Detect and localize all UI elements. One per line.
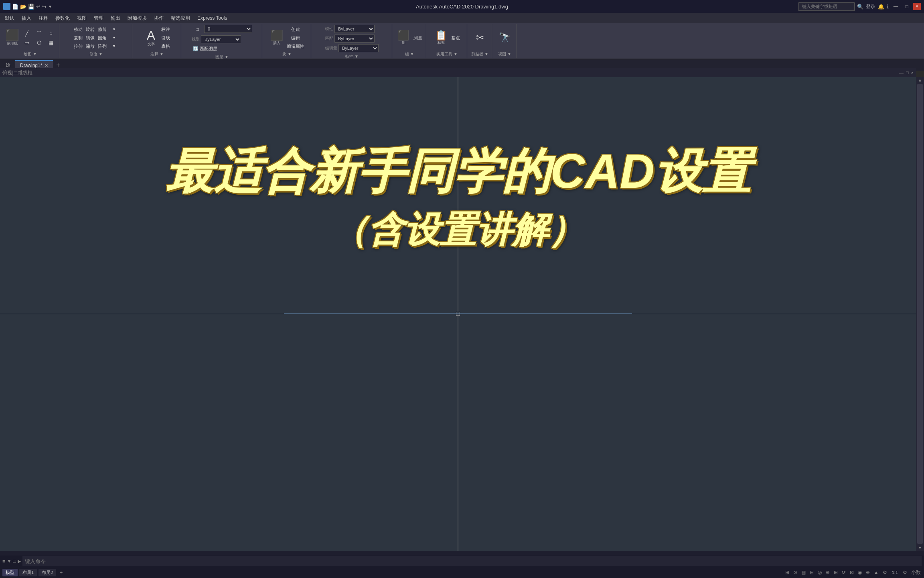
scroll-down-btn[interactable]: ▼ xyxy=(916,545,924,551)
layer-dropdown[interactable]: 0 xyxy=(204,25,252,33)
layer-props-btn[interactable]: 🗂 xyxy=(192,26,203,32)
new-layout-btn[interactable]: + xyxy=(58,569,64,576)
bell-icon[interactable]: 🔔 xyxy=(878,4,884,10)
copy-btn[interactable]: 复制 xyxy=(73,34,84,42)
draw-tools: ⬛ 多段线 ╱ ⌒ ○ ▭ xyxy=(4,25,57,51)
decimal-btn[interactable]: 小数 xyxy=(910,569,922,576)
color-dropdown[interactable]: ByLayer xyxy=(334,25,375,33)
arc-btn[interactable]: ⌒ xyxy=(33,29,45,38)
menu-annotate[interactable]: 注释 xyxy=(35,14,51,23)
polygon-btn[interactable]: ⬡ xyxy=(33,39,45,47)
qat-new[interactable]: 📄 xyxy=(12,4,18,10)
status-polar-icon[interactable]: ◎ xyxy=(817,569,823,576)
insert-btn[interactable]: ⬛ 插入 xyxy=(269,28,285,47)
qat-dropdown[interactable]: ▼ xyxy=(48,4,52,9)
status-otrack-icon[interactable]: ⊞ xyxy=(833,569,839,576)
vertical-scrollbar[interactable] xyxy=(917,84,923,544)
info-icon[interactable]: ℹ xyxy=(887,4,889,10)
array-drop[interactable]: ▼ xyxy=(109,43,120,49)
text-btn[interactable]: A 文字 xyxy=(143,27,159,49)
cmd-expand-icon[interactable]: ▼ xyxy=(7,559,12,564)
menu-express[interactable]: Express Tools xyxy=(194,14,230,22)
status-ortho-icon[interactable]: ⊟ xyxy=(809,569,815,576)
qat-redo[interactable]: ↪ xyxy=(42,4,47,10)
status-grid-icon[interactable]: ▦ xyxy=(800,569,806,576)
new-tab-btn[interactable]: + xyxy=(54,61,62,69)
vp-minimize-btn[interactable]: — xyxy=(899,70,904,75)
status-model-icon[interactable]: ⊞ xyxy=(784,569,790,576)
create-block-btn[interactable]: 创建 xyxy=(286,26,306,33)
array-btn[interactable]: 阵列 xyxy=(97,43,108,50)
fillet-btn[interactable]: 圆角 xyxy=(97,34,108,42)
lineweight-dropdown[interactable]: ByLayer xyxy=(334,35,375,43)
qat-undo[interactable]: ↩ xyxy=(36,4,41,10)
menu-insert[interactable]: 插入 xyxy=(18,14,34,23)
scale-btn[interactable]: 缩放 xyxy=(85,43,96,50)
edit-block-btn[interactable]: 编辑 xyxy=(286,34,306,42)
group-btn[interactable]: ⬛ 组 xyxy=(395,29,411,47)
maximize-btn[interactable]: □ xyxy=(903,3,911,10)
search-box[interactable]: 键入关键字或短语 xyxy=(798,2,855,11)
menu-output[interactable]: 输出 xyxy=(107,14,124,23)
edit-attr-btn[interactable]: 编辑属性 xyxy=(286,43,306,50)
polyline-btn[interactable]: ⬛ 多段线 xyxy=(4,28,20,48)
minimize-btn[interactable]: — xyxy=(891,3,901,10)
line-btn[interactable]: ╱ xyxy=(21,30,32,37)
viewport[interactable]: 最适合新手同学的CAD设置 （含设置讲解） xyxy=(0,77,916,551)
move-btn[interactable]: 移动 xyxy=(73,26,84,33)
fillet-drop[interactable]: ▼ xyxy=(109,35,120,41)
trim-btn[interactable]: 修剪 xyxy=(97,26,108,33)
status-anno-icon[interactable]: ▲ xyxy=(873,569,879,576)
view-btn[interactable]: 🔭 xyxy=(497,31,513,44)
block-label: 块 ▼ xyxy=(282,51,292,57)
measure-btn[interactable]: 测量 xyxy=(412,34,424,42)
menu-addons[interactable]: 附加模块 xyxy=(124,14,150,23)
menu-default[interactable]: 默认 xyxy=(2,14,18,23)
layer-match-btn[interactable]: 🔃 匹配图层 xyxy=(192,45,219,53)
dim-btn[interactable]: 标注 xyxy=(160,26,171,33)
vp-maximize-btn[interactable]: □ xyxy=(906,70,909,75)
menu-collab[interactable]: 协作 xyxy=(151,14,167,23)
close-btn[interactable]: × xyxy=(913,3,921,10)
table-btn[interactable]: 表格 xyxy=(160,43,171,50)
status-ducs-icon[interactable]: ⟳ xyxy=(841,569,847,576)
ribbon: ⬛ 多段线 ╱ ⌒ ○ ▭ xyxy=(0,23,924,59)
cmd-lock-icon[interactable]: □ xyxy=(13,558,16,564)
drawing-tab-close[interactable]: ✕ xyxy=(45,63,48,68)
rect-btn[interactable]: ▭ xyxy=(21,39,32,47)
scroll-up-btn[interactable]: ▲ xyxy=(916,77,924,83)
menu-featured[interactable]: 精选应用 xyxy=(168,14,193,23)
status-osnap-icon[interactable]: ⊕ xyxy=(825,569,831,576)
model-tab[interactable]: 模型 xyxy=(2,569,18,576)
login-btn[interactable]: 登录 xyxy=(866,3,875,10)
status-workspace-icon[interactable]: ⚙ xyxy=(882,569,888,576)
mirror-btn[interactable]: 镜像 xyxy=(85,34,96,42)
status-transp-icon[interactable]: ◉ xyxy=(857,569,863,576)
hatch-btn[interactable]: ▦ xyxy=(45,39,57,47)
vp-close-btn[interactable]: × xyxy=(911,70,914,75)
qat-save[interactable]: 💾 xyxy=(28,4,34,10)
paste-btn[interactable]: 📋 粘贴 xyxy=(433,29,449,47)
clipboard-btn[interactable]: ✂ xyxy=(472,31,488,44)
linetype2-dropdown[interactable]: ByLayer xyxy=(338,44,379,52)
status-lineweight-icon[interactable]: ⊠ xyxy=(849,569,855,576)
stretch-btn[interactable]: 拉伸 xyxy=(73,43,84,50)
menu-manage[interactable]: 管理 xyxy=(91,14,107,23)
qat-open[interactable]: 📂 xyxy=(20,4,26,10)
settings-btn[interactable]: ⚙ xyxy=(902,569,908,576)
layout1-tab[interactable]: 布局1 xyxy=(19,569,37,576)
search-icon[interactable]: 🔍 xyxy=(857,4,863,10)
leader-btn[interactable]: 引线 xyxy=(160,34,171,42)
basepoint-btn[interactable]: 基点 xyxy=(450,34,461,42)
trim-drop[interactable]: ▼ xyxy=(109,26,120,32)
command-input[interactable] xyxy=(22,556,922,566)
linetype-dropdown[interactable]: ByLayer xyxy=(201,35,241,43)
status-select-icon[interactable]: ⊕ xyxy=(865,569,871,576)
layout2-tab[interactable]: 布局2 xyxy=(38,569,56,576)
rotate-btn[interactable]: 旋转 xyxy=(85,26,96,33)
menu-parametric[interactable]: 参数化 xyxy=(52,14,73,23)
status-snap-icon[interactable]: ⊙ xyxy=(792,569,798,576)
circle-btn[interactable]: ○ xyxy=(45,30,57,37)
cmd-menu-icon[interactable]: ≡ xyxy=(2,558,6,564)
menu-view[interactable]: 视图 xyxy=(74,14,90,23)
